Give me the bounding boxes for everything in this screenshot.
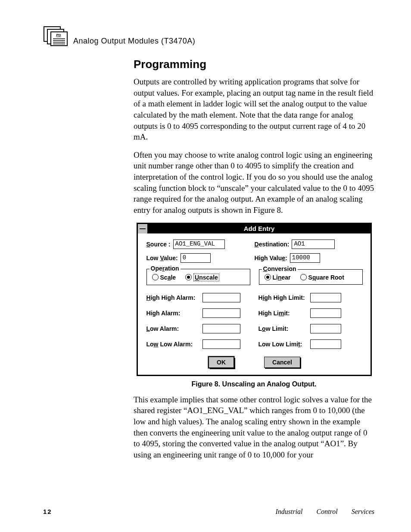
system-menu-icon[interactable] [138, 224, 148, 233]
destination-label: Destination: [255, 241, 290, 248]
low-limit-label: Low Limit: [258, 325, 310, 332]
scale-radio[interactable] [152, 274, 159, 280]
high-value-input[interactable]: 10000 [290, 253, 320, 263]
section-heading: Programming [134, 58, 374, 71]
low-low-alarm-input[interactable] [202, 339, 240, 349]
paragraph-2: Often you may choose to write analog con… [134, 149, 374, 216]
conversion-group: Conversion Linear Square Root [259, 269, 363, 285]
dialog-title: Add Entry [148, 225, 371, 232]
high-high-alarm-label: High High Alarm: [146, 294, 202, 301]
source-input[interactable]: AO1_ENG_VAL [173, 240, 225, 249]
linear-radio[interactable] [265, 274, 271, 280]
document-stack-icon: PD [43, 26, 68, 47]
header-title: Analog Output Modules (T3470A) [73, 37, 195, 47]
low-low-alarm-label: Low Low Alarm: [146, 341, 202, 348]
high-limit-input[interactable] [310, 308, 341, 318]
high-high-limit-input[interactable] [310, 293, 341, 302]
svg-text:PD: PD [56, 33, 61, 37]
low-alarm-label: Low Alarm: [146, 325, 202, 332]
high-limit-label: High Limit: [258, 310, 310, 317]
footer-text: Industrial Control Services [275, 508, 374, 516]
figure-caption: Figure 8. Unscaling an Analog Output. [134, 380, 374, 388]
page-number: 12 [43, 508, 52, 516]
source-label: Source : [146, 241, 171, 248]
paragraph-1: Outputs are controlled by writing applic… [134, 76, 374, 143]
paragraph-3: This example implies that some other con… [134, 394, 374, 460]
high-value-label: High Value: [255, 255, 287, 261]
high-alarm-label: High Alarm: [146, 310, 202, 317]
high-high-limit-label: High High Limit: [258, 294, 310, 301]
scale-label: Scale [160, 274, 176, 281]
unscale-label: Unscale [193, 274, 219, 281]
destination-input[interactable]: AO1 [292, 240, 335, 249]
low-value-input[interactable]: 0 [181, 253, 211, 263]
low-value-label: Low Value: [146, 255, 178, 261]
high-alarm-input[interactable] [202, 308, 240, 318]
square-root-radio[interactable] [300, 274, 307, 280]
low-low-limit-input[interactable] [310, 339, 341, 349]
unscale-radio[interactable] [185, 274, 192, 280]
linear-label: Linear [273, 274, 291, 281]
low-limit-input[interactable] [310, 324, 341, 333]
low-alarm-input[interactable] [202, 324, 240, 333]
cancel-button[interactable]: Cancel [264, 357, 300, 368]
operation-group: Operation Scale Unscale [146, 269, 250, 285]
add-entry-dialog: Add Entry Source : AO1_ENG_VAL Destinati… [137, 223, 372, 376]
low-low-limit-label: Low Low Limit: [258, 341, 310, 348]
square-root-label: Square Root [308, 274, 344, 281]
high-high-alarm-input[interactable] [202, 293, 240, 302]
ok-button[interactable]: OK [209, 357, 234, 368]
